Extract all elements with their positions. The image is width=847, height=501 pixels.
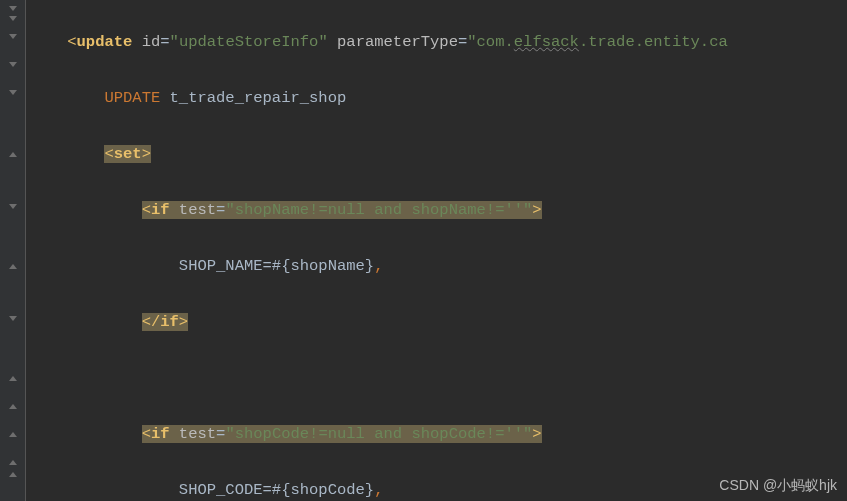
fold-icon[interactable] bbox=[0, 16, 26, 24]
code-text-area[interactable]: <update id="updateStoreInfo" parameterTy… bbox=[26, 0, 847, 501]
code-line[interactable]: </if> bbox=[26, 308, 847, 336]
fold-icon[interactable] bbox=[0, 460, 26, 468]
code-line[interactable]: <if test="shopName!=null and shopName!='… bbox=[26, 196, 847, 224]
watermark-text: CSDN @小蚂蚁hjk bbox=[719, 477, 837, 495]
fold-icon[interactable] bbox=[0, 62, 26, 70]
fold-icon[interactable] bbox=[0, 472, 26, 480]
fold-icon[interactable] bbox=[0, 204, 26, 212]
code-line[interactable]: SHOP_NAME=#{shopName}, bbox=[26, 252, 847, 280]
fold-icon[interactable] bbox=[0, 432, 26, 440]
fold-icon[interactable] bbox=[0, 90, 26, 98]
code-line[interactable]: <set> bbox=[26, 140, 847, 168]
fold-icon[interactable] bbox=[0, 152, 26, 160]
code-editor[interactable]: <update id="updateStoreInfo" parameterTy… bbox=[0, 0, 847, 501]
code-line[interactable]: UPDATE t_trade_repair_shop bbox=[26, 84, 847, 112]
code-line[interactable]: <update id="updateStoreInfo" parameterTy… bbox=[26, 28, 847, 56]
fold-icon[interactable] bbox=[0, 264, 26, 272]
fold-icon[interactable] bbox=[0, 376, 26, 384]
editor-gutter bbox=[0, 0, 26, 501]
fold-icon[interactable] bbox=[0, 34, 26, 42]
fold-icon[interactable] bbox=[0, 6, 26, 14]
fold-icon[interactable] bbox=[0, 404, 26, 412]
code-line[interactable] bbox=[26, 364, 847, 392]
code-line[interactable]: <if test="shopCode!=null and shopCode!='… bbox=[26, 420, 847, 448]
fold-icon[interactable] bbox=[0, 316, 26, 324]
